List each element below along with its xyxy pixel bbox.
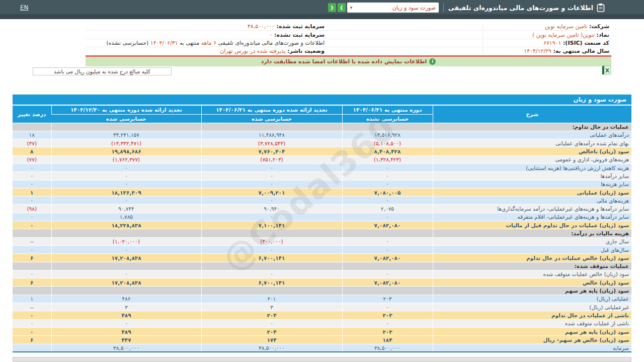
row-value: ۳۸,۵۰۰,۰۰۰ [342,344,433,352]
row-value: ۰ [201,270,342,278]
report-type-select[interactable]: صورت سود و زیان ▾ [347,3,439,13]
row-value: ۲۰۳ [342,327,433,335]
row-label: سود (زیان) ناخالص [433,147,631,155]
signed-data-banner: i اطلاعات نمایش داده شده با اطلاعات امضا… [86,57,611,66]
table-row: سود (زیان) خالص عملیات در حال تداوم۷,۰۸۲… [13,254,631,262]
table-row: سود (زیان) خالص هر سهم– ریال۱۸۴۱۷۴۴۴۷۶ [13,336,631,344]
row-label: سود (زیان) خالص عملیات در حال تداوم [433,254,631,262]
row-value: (۷۵۱,۲۰۳) [201,155,342,163]
row-value: ۰ [342,245,433,253]
row-value: (۱,۳۲۸,۴۲۳) [342,155,433,163]
row-value: ۰ [342,303,433,311]
row-value: ۸,۴۰۸,۴۲۸ [342,147,433,155]
row-label: سود (زیان) عملیاتی [433,188,631,196]
table-row: سود (زیان) پایه هر سهم۲۰۳۲۰۴۴۸۹۰ [13,327,631,335]
row-label: سال جاری [433,237,631,245]
audit-status: (حسابرسی نشده) [106,40,148,46]
company-field: شرکت: تامین سرمایه نوین [482,23,611,30]
row-value: ۰ [51,197,201,205]
table-row: سود (زیان) عملیات در حال تداوم قبل از ما… [13,221,631,229]
row-value: ۷,۷۶۰,۴۰۴ [201,147,342,155]
row-value: ۳ [201,303,342,311]
row-value: ۱۸۴ [342,336,433,344]
unregistered-capital-field: سرمایه ثبت نشده: ۰ [86,32,482,38]
col-header-restated-yearend: تجدید ارائه شده دوره منتهی به ۱۴۰۳/۱۲/۳۰ [51,106,201,114]
row-value: ۰ [13,221,51,229]
row-value [342,123,433,131]
row-value: ۰ [201,319,342,327]
row-value: ۰ [51,180,201,188]
prev-report-button[interactable]: ❮ [328,3,336,12]
row-label: سود (زیان) خالص عملیات متوقف شده [433,270,631,278]
row-value: ۲۰۴ [201,327,342,335]
row-value [13,229,51,237]
row-label: عملیاتی (ریال) [433,295,631,303]
row-label: ناشی از عملیات متوقف شده [433,319,631,327]
period-text: اطلاعات و صورت‌های مالی میاندوره‌ای تلفی… [218,40,325,46]
row-value: (۳۷) [13,139,51,147]
row-value: ۷,۰۰۹,۲۰۱ [201,188,342,196]
row-value: ۶,۷۰۰,۱۴۱ [201,279,342,287]
row-value: ۳۸,۵۰۰,۰۰۰ [201,344,342,352]
report-period-line: اطلاعات و صورت‌های مالی میاندوره‌ای تلفی… [86,40,482,46]
col-header-percent-change: درصد تغییر [13,106,51,123]
report-select-value: صورت سود و زیان [392,5,436,11]
period-end-date: ۱۴۰۴/۰۶/۳۱ [150,40,178,46]
row-value [51,229,201,237]
fiscal-year-field: سال مالی منتهی به: ۱۴۰۴/۱۲/۲۹ [482,48,611,54]
row-value: ۴۴۷ [51,336,201,344]
table-row: ناشی از عملیات در حال تداوم۲۰۳۲۰۴۴۸۹۰ [13,311,631,319]
units-note: کلیه مبالغ درج شده به میلیون ریال می باش… [33,67,172,75]
row-value [201,229,342,237]
row-value: ۰ [13,311,51,319]
issuer-status-value: پذیرفته شده در بورس تهران [220,48,285,54]
row-label: هزینه کاهش ارزش دریافتنی‌ها (هزینه استثن… [433,163,631,171]
table-title: صورت سود و زیان [13,95,631,105]
row-value: (۳,۷۲۸,۵۴۴) [201,139,342,147]
row-value: ۰ [201,172,342,180]
footer-bar [13,357,631,362]
section-row: سود (زیان) پایه هر سهم [13,287,631,295]
row-value: ۰ [201,213,342,221]
issuer-status-field: وضعیت ناشر: پذیرفته شده در بورس تهران [86,48,482,54]
row-label: سود (زیان) پایه هر سهم [433,327,631,335]
row-label: سود (زیان) عملیات در حال تداوم قبل از ما… [433,221,631,229]
row-value: ۰ [51,245,201,253]
next-report-button[interactable]: ❯ [338,3,346,12]
row-label: عملیات متوقف شده: [433,262,631,270]
row-value: ۰ [13,319,51,327]
row-value [13,262,51,270]
row-value: ۰ [51,270,201,278]
pnl-table: شرح دوره منتهی به ۱۴۰۴/۰۶/۳۱ تجدید ارائه… [13,106,631,352]
col-subheader-unaudited: حسابرسی نشده [342,114,433,123]
row-value: ۷,۰۸۲,۰۸۰ [342,254,433,262]
isic-field: کد صنعت (ISIC): ۶۷۱۹۰۱ [482,40,611,46]
row-value: ۱۸,۱۳۶,۳۰۹ [51,188,201,196]
row-value: (۵,۱۰۸,۵۰۰) [342,139,433,147]
info-row: کد صنعت (ISIC): ۶۷۱۹۰۱ اطلاعات و صورت‌ها… [86,39,611,47]
row-value: ۴۸۶ [51,295,201,303]
row-value: ۰ [342,180,433,188]
excel-export-button[interactable]: X [602,65,611,75]
row-label: سایر درآمدها و هزینه‌های غیرعملیاتی- اقل… [433,213,631,221]
field-label: شرکت: [589,23,609,30]
row-value: ۰ [342,319,433,327]
row-value: ۱۳,۵۱۶,۹۲۸ [342,131,433,139]
table-row: سرمایه۳۸,۵۰۰,۰۰۰۳۸,۵۰۰,۰۰۰۳۸,۵۰۰,۰۰۰ [13,344,631,352]
row-value: ۱۷,۲۰۸,۸۳۸ [51,254,201,262]
row-value [51,287,201,295]
section-row: عملیات در حال تداوم: [13,123,631,131]
table-row: ناشی از عملیات متوقف شده۰۰۰۰ [13,319,631,327]
row-value: ۰ [342,270,433,278]
section-row: هزینه مالیات بر درآمد: [13,229,631,237]
row-value [201,262,342,270]
row-value: ۹۰,۷۴۴ [51,205,201,213]
row-value: ۱۸,۲۲۸,۸۳۸ [51,221,201,229]
row-value: ۲۰۴ [201,311,342,319]
registered-capital-field: سرمایه ثبت شده: ۳۸,۵۰۰,۰۰۰ [86,23,482,30]
row-label: سود (زیان) پایه هر سهم [433,287,631,295]
row-label: سایر درآمدها [433,172,631,180]
row-label: سود (زیان) خالص [433,279,631,287]
language-switch-link[interactable]: EN [20,4,29,11]
unregistered-capital-value: ۰ [270,32,273,38]
